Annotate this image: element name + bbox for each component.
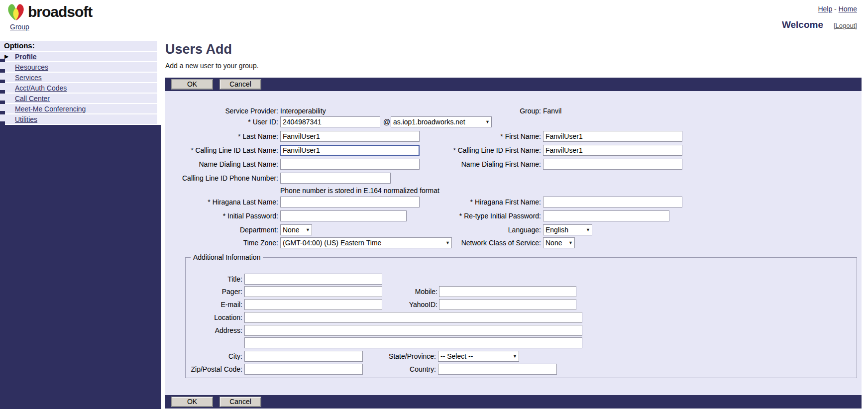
yahooid-input[interactable] — [439, 299, 576, 310]
help-home-links: Help - Home — [818, 5, 857, 13]
retype-password-input[interactable] — [543, 210, 669, 221]
language-select-value: English — [545, 226, 568, 234]
group-value: Fanvil — [543, 105, 561, 116]
group-link[interactable]: Group — [10, 23, 29, 31]
location-input[interactable] — [244, 312, 582, 323]
clid-last-name-input[interactable] — [280, 145, 420, 156]
initial-password-label: * Initial Password: — [165, 210, 278, 221]
state-province-select-value: -- Select -- — [440, 352, 473, 360]
location-label: Location: — [186, 312, 242, 323]
city-label: City: — [186, 351, 242, 362]
language-label: Language: — [420, 224, 541, 235]
address-line1-input[interactable] — [244, 325, 582, 336]
network-class-of-service-select[interactable]: None ▼ — [543, 237, 575, 248]
sidebar-item-call-center-label[interactable]: Call Center — [15, 95, 50, 102]
sidebar-item-resources[interactable]: Resources — [0, 62, 157, 73]
at-sign: @ — [383, 116, 390, 127]
sidebar-item-acct-auth-codes-label[interactable]: Acct/Auth Codes — [15, 84, 67, 92]
ok-button-top[interactable]: OK — [171, 79, 213, 90]
pager-input[interactable] — [244, 286, 382, 297]
options-menu-title: Options: — [0, 41, 157, 52]
sidebar-item-services-label[interactable]: Services — [15, 74, 42, 82]
cancel-button-bottom[interactable]: Cancel — [219, 397, 261, 407]
sidebar-item-meet-me-conferencing[interactable]: Meet-Me Conferencing — [0, 104, 157, 114]
department-select[interactable]: None ▼ — [280, 224, 312, 235]
service-provider-value: Interoperability — [280, 105, 326, 116]
cancel-button-top[interactable]: Cancel — [219, 79, 261, 90]
retype-password-label: * Re-type Initial Password: — [420, 210, 541, 221]
sidebar-item-profile[interactable]: ▶ Profile — [0, 52, 157, 62]
sidebar-item-meet-me-conferencing-label[interactable]: Meet-Me Conferencing — [15, 105, 86, 113]
help-link[interactable]: Help — [818, 5, 832, 13]
clid-phone-input[interactable] — [280, 173, 391, 184]
user-id-input[interactable] — [280, 116, 380, 127]
hiragana-last-label: * Hiragana Last Name: — [165, 197, 278, 207]
title-label: Title: — [186, 274, 242, 285]
department-select-value: None — [283, 226, 299, 234]
initial-password-input[interactable] — [280, 210, 407, 221]
hiragana-last-input[interactable] — [280, 197, 420, 207]
additional-information-legend: Additional Information — [191, 253, 263, 262]
ncos-select-value: None — [545, 239, 562, 247]
user-id-label: * User ID: — [165, 116, 278, 127]
page-title: Users Add — [165, 42, 232, 57]
pager-label: Pager: — [186, 286, 242, 297]
hiragana-first-input[interactable] — [543, 197, 682, 207]
sidebar-background — [0, 125, 161, 409]
time-zone-select-value: (GMT-04:00) (US) Eastern Time — [283, 239, 381, 247]
top-toolbar: OK Cancel — [165, 78, 862, 91]
country-input[interactable] — [438, 364, 557, 375]
name-dialing-last-label: Name Dialing Last Name: — [165, 159, 278, 170]
broadsoft-logo: broadsoft — [6, 2, 92, 21]
country-label: Country: — [363, 364, 436, 375]
yahooid-label: YahooID: — [382, 299, 437, 310]
language-select[interactable]: English ▼ — [543, 224, 592, 235]
chevron-down-icon: ▼ — [306, 227, 310, 232]
chevron-down-icon: ▼ — [485, 119, 490, 124]
domain-select[interactable]: as.iop1.broadworks.net ▼ — [391, 116, 492, 127]
zip-postal-code-label: Zip/Postal Code: — [186, 364, 242, 375]
logo-text: broadsoft — [28, 3, 92, 20]
logout-link[interactable]: [Logout] — [834, 22, 857, 29]
zip-postal-code-input[interactable] — [244, 364, 363, 375]
sidebar-item-call-center[interactable]: Call Center — [0, 94, 157, 104]
department-label: Department: — [165, 224, 278, 235]
options-menu: Options: ▶ Profile Resources Services Ac… — [0, 41, 157, 125]
name-dialing-first-input[interactable] — [543, 159, 682, 170]
last-name-input[interactable] — [280, 131, 420, 142]
mobile-input[interactable] — [439, 286, 576, 297]
active-arrow-icon: ▶ — [4, 52, 8, 61]
name-dialing-last-input[interactable] — [280, 159, 420, 170]
group-label: Group: — [420, 105, 541, 116]
city-input[interactable] — [244, 351, 363, 362]
page-subtitle: Add a new user to your group. — [165, 62, 259, 70]
network-class-of-service-label: Network Class of Service: — [420, 237, 541, 248]
sidebar-item-profile-label[interactable]: Profile — [15, 53, 37, 61]
sidebar-item-utilities[interactable]: Utilities — [0, 114, 157, 125]
home-link[interactable]: Home — [839, 5, 857, 13]
state-province-select[interactable]: -- Select -- ▼ — [438, 351, 519, 362]
clid-last-name-label: * Calling Line ID Last Name: — [165, 145, 278, 156]
first-name-input[interactable] — [543, 131, 682, 142]
sidebar-item-services[interactable]: Services — [0, 73, 157, 83]
mobile-label: Mobile: — [382, 286, 437, 297]
clid-phone-label: Calling Line ID Phone Number: — [165, 173, 278, 184]
service-provider-label: Service Provider: — [165, 105, 278, 116]
address-line2-input[interactable] — [244, 337, 582, 348]
clid-first-name-input[interactable] — [543, 145, 682, 156]
email-input[interactable] — [244, 299, 382, 310]
sidebar-item-acct-auth-codes[interactable]: Acct/Auth Codes — [0, 83, 157, 94]
phone-format-note: Phone number is stored in E.164 normaliz… — [280, 186, 439, 196]
sidebar-item-utilities-label[interactable]: Utilities — [15, 115, 37, 123]
ok-button-bottom[interactable]: OK — [171, 397, 213, 407]
sidebar-item-resources-label[interactable]: Resources — [15, 63, 48, 71]
help-home-separator: - — [834, 5, 837, 13]
name-dialing-first-label: Name Dialing First Name: — [420, 159, 541, 170]
title-input[interactable] — [244, 274, 382, 285]
chevron-down-icon: ▼ — [568, 240, 573, 245]
users-add-form: Service Provider: Interoperability Group… — [165, 91, 862, 395]
chevron-down-icon: ▼ — [513, 354, 517, 359]
clid-first-name-label: * Calling Line ID First Name: — [420, 145, 541, 156]
bottom-toolbar: OK Cancel — [165, 395, 862, 409]
address-label: Address: — [186, 325, 242, 336]
